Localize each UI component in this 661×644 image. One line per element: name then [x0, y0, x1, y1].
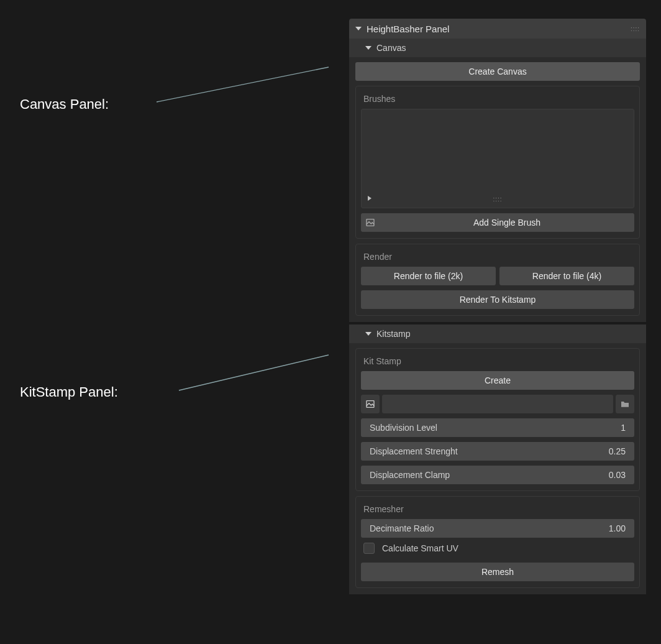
render-to-file-4k-button[interactable]: Render to file (4k)	[499, 267, 634, 285]
calculate-smart-uv-checkbox[interactable]	[363, 543, 375, 554]
canvas-subpanel-title: Canvas	[376, 43, 406, 53]
kitstamp-group-label: Kit Stamp	[361, 354, 634, 371]
brushes-group: Brushes :::: Add Single Brush	[355, 86, 640, 239]
image-path-row	[361, 395, 634, 413]
subdivision-level-field[interactable]: Subdivision Level 1	[361, 418, 634, 437]
image-icon	[361, 213, 380, 232]
image-path-input[interactable]	[382, 395, 613, 413]
render-to-kitstamp-button[interactable]: Render To Kitstamp	[361, 290, 634, 309]
expand-icon[interactable]	[368, 193, 376, 203]
heightbasher-panel: HeightBasher Panel :::: Canvas Create Ca…	[349, 19, 646, 594]
remesher-group: Remesher Decimante Ratio 1.00 Calculate …	[355, 496, 640, 588]
decimate-ratio-value: 1.00	[609, 523, 626, 533]
remesher-label: Remesher	[361, 502, 634, 519]
calculate-smart-uv-row[interactable]: Calculate Smart UV	[361, 538, 634, 556]
folder-icon[interactable]	[616, 395, 634, 413]
displacement-strength-value: 0.25	[609, 446, 626, 456]
remesh-button[interactable]: Remesh	[361, 563, 634, 581]
render-group: Render Render to file (2k) Render to fil…	[355, 244, 640, 316]
subdivision-level-value: 1	[621, 423, 626, 433]
kitstamp-group: Kit Stamp Create Subdivision Level 1 Dis…	[355, 348, 640, 491]
add-single-brush-row: Add Single Brush	[361, 213, 634, 232]
svg-line-0	[157, 67, 329, 102]
kitstamp-subpanel-header[interactable]: Kitstamp	[349, 324, 646, 343]
chevron-down-icon	[365, 332, 372, 336]
displacement-clamp-field[interactable]: Displacement Clamp 0.03	[361, 466, 634, 484]
displacement-strength-field[interactable]: Displacement Strenght 0.25	[361, 442, 634, 461]
create-canvas-button[interactable]: Create Canvas	[355, 62, 640, 81]
displacement-strength-label: Displacement Strenght	[370, 446, 458, 456]
render-to-file-2k-button[interactable]: Render to file (2k)	[361, 267, 496, 285]
drag-handle-icon[interactable]: ::::	[631, 25, 640, 32]
brushes-label: Brushes	[361, 91, 634, 109]
add-single-brush-button[interactable]: Add Single Brush	[380, 213, 634, 232]
chevron-down-icon	[355, 27, 362, 30]
svg-line-1	[179, 355, 329, 390]
chevron-down-icon	[365, 46, 372, 50]
annotation-kitstamp-panel: KitStamp Panel:	[20, 384, 118, 400]
canvas-section: Create Canvas Brushes :::: Add Single Br…	[349, 57, 646, 322]
panel-header[interactable]: HeightBasher Panel ::::	[349, 19, 646, 39]
drag-handle-icon[interactable]: ::::	[493, 196, 502, 203]
displacement-clamp-label: Displacement Clamp	[370, 470, 450, 480]
decimate-ratio-field[interactable]: Decimante Ratio 1.00	[361, 519, 634, 538]
kitstamp-subpanel-title: Kitstamp	[376, 329, 410, 339]
displacement-clamp-value: 0.03	[609, 470, 626, 480]
calculate-smart-uv-label: Calculate Smart UV	[382, 543, 458, 553]
decimate-ratio-label: Decimante Ratio	[370, 523, 434, 533]
render-label: Render	[361, 249, 634, 267]
brushes-list[interactable]: ::::	[361, 109, 634, 208]
canvas-subpanel-header[interactable]: Canvas	[349, 39, 646, 57]
annotation-canvas-panel: Canvas Panel:	[20, 96, 109, 113]
kitstamp-section: Kit Stamp Create Subdivision Level 1 Dis…	[349, 343, 646, 594]
image-icon[interactable]	[361, 395, 380, 413]
create-button[interactable]: Create	[361, 371, 634, 390]
subdivision-level-label: Subdivision Level	[370, 423, 437, 433]
panel-title: HeightBasher Panel	[367, 24, 449, 34]
